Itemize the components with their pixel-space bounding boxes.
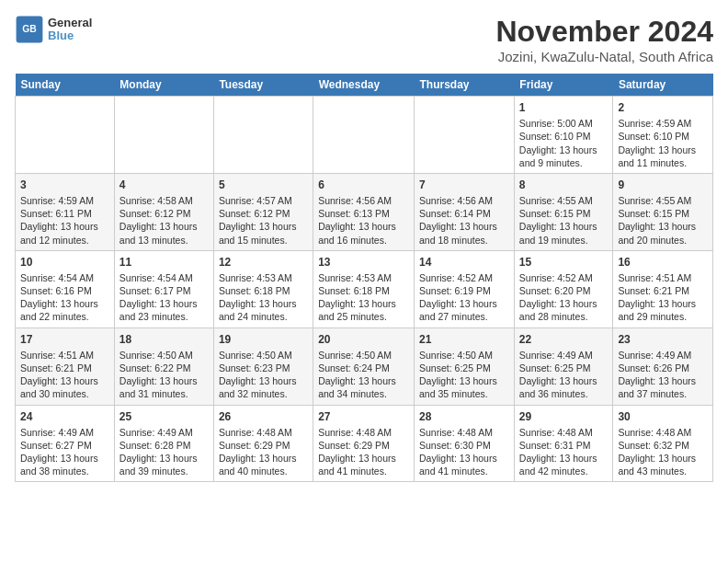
calendar-cell: [114, 97, 213, 174]
calendar-table: SundayMondayTuesdayWednesdayThursdayFrid…: [15, 74, 713, 482]
calendar-cell: 16Sunrise: 4:51 AMSunset: 6:21 PMDayligh…: [613, 250, 713, 327]
calendar-cell: 8Sunrise: 4:55 AMSunset: 6:15 PMDaylight…: [514, 173, 613, 250]
day-number: 2: [618, 100, 708, 115]
calendar-cell: 7Sunrise: 4:56 AMSunset: 6:14 PMDaylight…: [415, 173, 515, 250]
logo-icon: GB: [15, 15, 44, 44]
svg-text:GB: GB: [22, 24, 37, 34]
col-header-friday: Friday: [514, 74, 613, 97]
title-block: November 2024 Jozini, KwaZulu-Natal, Sou…: [495, 15, 713, 64]
calendar-cell: 4Sunrise: 4:58 AMSunset: 6:12 PMDaylight…: [114, 173, 213, 250]
calendar-cell: 26Sunrise: 4:48 AMSunset: 6:29 PMDayligh…: [213, 405, 313, 482]
calendar-cell: 5Sunrise: 4:57 AMSunset: 6:12 PMDaylight…: [213, 173, 313, 250]
calendar-cell: 6Sunrise: 4:56 AMSunset: 6:13 PMDaylight…: [313, 173, 415, 250]
calendar-cell: 14Sunrise: 4:52 AMSunset: 6:19 PMDayligh…: [415, 250, 515, 327]
calendar-cell: 24Sunrise: 4:49 AMSunset: 6:27 PMDayligh…: [16, 405, 115, 482]
calendar-cell: 20Sunrise: 4:50 AMSunset: 6:24 PMDayligh…: [313, 327, 415, 405]
day-number: 23: [618, 332, 708, 347]
logo: GB General Blue: [15, 15, 92, 44]
day-number: 6: [318, 178, 409, 192]
day-number: 21: [419, 332, 509, 347]
calendar-cell: 28Sunrise: 4:48 AMSunset: 6:30 PMDayligh…: [415, 405, 515, 482]
calendar-cell: 23Sunrise: 4:49 AMSunset: 6:26 PMDayligh…: [613, 327, 713, 405]
day-number: 11: [119, 255, 209, 270]
calendar-header-row: SundayMondayTuesdayWednesdayThursdayFrid…: [16, 74, 713, 97]
day-number: 4: [119, 178, 209, 192]
day-number: 14: [419, 255, 509, 270]
day-number: 17: [20, 332, 109, 347]
calendar-cell: 2Sunrise: 4:59 AMSunset: 6:10 PMDaylight…: [613, 97, 713, 174]
day-number: 15: [519, 255, 609, 270]
day-number: 13: [318, 255, 409, 270]
page-title: November 2024: [495, 15, 713, 49]
day-number: 12: [219, 255, 308, 270]
day-number: 20: [318, 332, 409, 347]
col-header-tuesday: Tuesday: [213, 74, 313, 97]
page-subtitle: Jozini, KwaZulu-Natal, South Africa: [495, 49, 713, 64]
calendar-cell: 10Sunrise: 4:54 AMSunset: 6:16 PMDayligh…: [16, 250, 115, 327]
day-number: 5: [219, 178, 308, 192]
calendar-week-row: 1Sunrise: 5:00 AMSunset: 6:10 PMDaylight…: [16, 97, 713, 174]
calendar-cell: [213, 97, 313, 174]
calendar-body: 1Sunrise: 5:00 AMSunset: 6:10 PMDaylight…: [16, 97, 713, 482]
calendar-cell: 19Sunrise: 4:50 AMSunset: 6:23 PMDayligh…: [213, 327, 313, 405]
calendar-cell: 17Sunrise: 4:51 AMSunset: 6:21 PMDayligh…: [16, 327, 115, 405]
calendar-cell: [16, 97, 115, 174]
day-number: 18: [119, 332, 209, 347]
day-number: 1: [519, 100, 609, 115]
calendar-cell: 3Sunrise: 4:59 AMSunset: 6:11 PMDaylight…: [16, 173, 115, 250]
day-number: 28: [419, 409, 509, 424]
col-header-thursday: Thursday: [415, 74, 515, 97]
day-number: 29: [519, 409, 609, 424]
page-header: GB General Blue November 2024 Jozini, Kw…: [15, 15, 713, 64]
calendar-cell: 30Sunrise: 4:48 AMSunset: 6:32 PMDayligh…: [613, 405, 713, 482]
day-number: 8: [519, 178, 609, 192]
calendar-cell: 29Sunrise: 4:48 AMSunset: 6:31 PMDayligh…: [514, 405, 613, 482]
calendar-cell: 9Sunrise: 4:55 AMSunset: 6:15 PMDaylight…: [613, 173, 713, 250]
col-header-wednesday: Wednesday: [313, 74, 415, 97]
day-number: 7: [419, 178, 509, 192]
calendar-cell: 25Sunrise: 4:49 AMSunset: 6:28 PMDayligh…: [114, 405, 213, 482]
calendar-cell: 15Sunrise: 4:52 AMSunset: 6:20 PMDayligh…: [514, 250, 613, 327]
calendar-cell: [415, 97, 515, 174]
day-number: 19: [219, 332, 308, 347]
logo-text: General Blue: [48, 17, 92, 43]
calendar-cell: 13Sunrise: 4:53 AMSunset: 6:18 PMDayligh…: [313, 250, 415, 327]
col-header-monday: Monday: [114, 74, 213, 97]
calendar-week-row: 17Sunrise: 4:51 AMSunset: 6:21 PMDayligh…: [16, 327, 713, 405]
day-number: 30: [618, 409, 708, 424]
calendar-cell: 12Sunrise: 4:53 AMSunset: 6:18 PMDayligh…: [213, 250, 313, 327]
calendar-cell: 27Sunrise: 4:48 AMSunset: 6:29 PMDayligh…: [313, 405, 415, 482]
col-header-saturday: Saturday: [613, 74, 713, 97]
calendar-week-row: 3Sunrise: 4:59 AMSunset: 6:11 PMDaylight…: [16, 173, 713, 250]
day-number: 27: [318, 409, 409, 424]
calendar-cell: 18Sunrise: 4:50 AMSunset: 6:22 PMDayligh…: [114, 327, 213, 405]
day-number: 3: [20, 178, 109, 192]
day-number: 9: [618, 178, 708, 192]
day-number: 10: [20, 255, 109, 270]
day-number: 25: [119, 409, 209, 424]
calendar-week-row: 10Sunrise: 4:54 AMSunset: 6:16 PMDayligh…: [16, 250, 713, 327]
calendar-cell: 22Sunrise: 4:49 AMSunset: 6:25 PMDayligh…: [514, 327, 613, 405]
calendar-cell: 1Sunrise: 5:00 AMSunset: 6:10 PMDaylight…: [514, 97, 613, 174]
day-number: 24: [20, 409, 109, 424]
day-number: 26: [219, 409, 308, 424]
calendar-cell: 11Sunrise: 4:54 AMSunset: 6:17 PMDayligh…: [114, 250, 213, 327]
calendar-cell: 21Sunrise: 4:50 AMSunset: 6:25 PMDayligh…: [415, 327, 515, 405]
day-number: 22: [519, 332, 609, 347]
calendar-cell: [313, 97, 415, 174]
col-header-sunday: Sunday: [16, 74, 115, 97]
day-number: 16: [618, 255, 708, 270]
calendar-week-row: 24Sunrise: 4:49 AMSunset: 6:27 PMDayligh…: [16, 405, 713, 482]
